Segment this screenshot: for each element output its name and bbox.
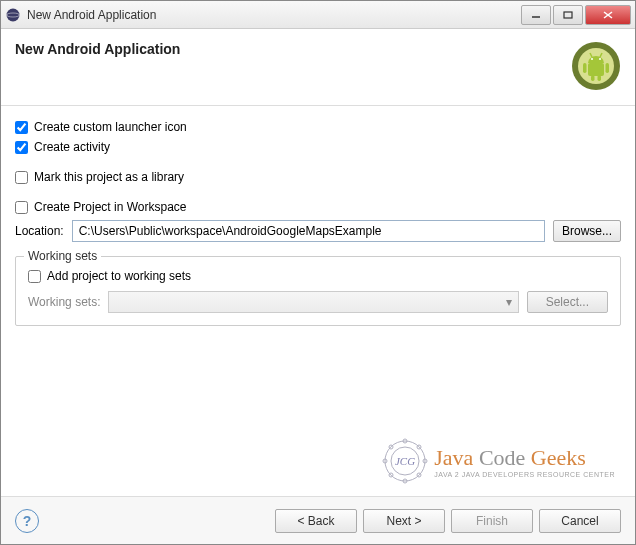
wizard-content: Create custom launcher icon Create activ… [1,106,635,340]
wizard-header: New Android Application [1,29,635,106]
android-icon [571,41,621,91]
window-title: New Android Application [27,8,519,22]
create-launcher-icon-label: Create custom launcher icon [34,120,187,134]
watermark-sub: JAVA 2 JAVA DEVELOPERS RESOURCE CENTER [434,471,615,478]
svg-rect-11 [591,75,595,81]
page-subtitle [15,60,571,74]
watermark-code: Code [479,445,525,470]
working-sets-select-button[interactable]: Select... [527,291,608,313]
watermark-java: Java [434,445,473,470]
working-sets-row: Working sets: ▾ Select... [28,291,608,313]
svg-rect-8 [588,63,604,76]
svg-point-16 [599,58,601,60]
create-in-workspace-checkbox[interactable] [15,201,28,214]
working-sets-legend: Working sets [24,249,101,263]
mark-library-row: Mark this project as a library [15,170,621,184]
close-button[interactable] [585,5,631,25]
eclipse-icon [5,7,21,23]
watermark-geeks: Geeks [531,445,586,470]
browse-button[interactable]: Browse... [553,220,621,242]
mark-library-label: Mark this project as a library [34,170,184,184]
jcg-badge-icon: JCG [382,438,428,484]
button-bar: ? < Back Next > Finish Cancel [1,496,635,544]
page-title: New Android Application [15,41,571,57]
add-working-sets-row: Add project to working sets [28,269,608,283]
location-input[interactable] [72,220,545,242]
working-sets-group: Working sets Add project to working sets… [15,256,621,326]
svg-point-15 [591,58,593,60]
create-launcher-icon-checkbox[interactable] [15,121,28,134]
working-sets-combo[interactable]: ▾ [108,291,518,313]
create-launcher-icon-row: Create custom launcher icon [15,120,621,134]
add-working-sets-label: Add project to working sets [47,269,191,283]
svg-rect-3 [564,12,572,18]
back-button[interactable]: < Back [275,509,357,533]
maximize-button[interactable] [553,5,583,25]
window-controls [519,5,631,25]
watermark: JCG Java Code Geeks JAVA 2 JAVA DEVELOPE… [382,438,615,484]
minimize-button[interactable] [521,5,551,25]
create-in-workspace-row: Create Project in Workspace [15,200,621,214]
create-activity-checkbox[interactable] [15,141,28,154]
create-in-workspace-label: Create Project in Workspace [34,200,187,214]
mark-library-checkbox[interactable] [15,171,28,184]
svg-rect-9 [583,63,587,73]
svg-point-0 [7,8,20,21]
working-sets-label: Working sets: [28,295,100,309]
create-activity-row: Create activity [15,140,621,154]
dialog-window: New Android Application New Android Appl… [0,0,636,545]
create-activity-label: Create activity [34,140,110,154]
next-button[interactable]: Next > [363,509,445,533]
titlebar: New Android Application [1,1,635,29]
svg-text:JCG: JCG [395,455,415,467]
chevron-down-icon: ▾ [506,295,512,309]
location-row: Location: Browse... [15,220,621,242]
watermark-text: Java Code Geeks JAVA 2 JAVA DEVELOPERS R… [434,445,615,478]
help-icon[interactable]: ? [15,509,39,533]
svg-rect-12 [598,75,602,81]
finish-button[interactable]: Finish [451,509,533,533]
add-working-sets-checkbox[interactable] [28,270,41,283]
cancel-button[interactable]: Cancel [539,509,621,533]
location-label: Location: [15,224,64,238]
svg-rect-10 [606,63,610,73]
